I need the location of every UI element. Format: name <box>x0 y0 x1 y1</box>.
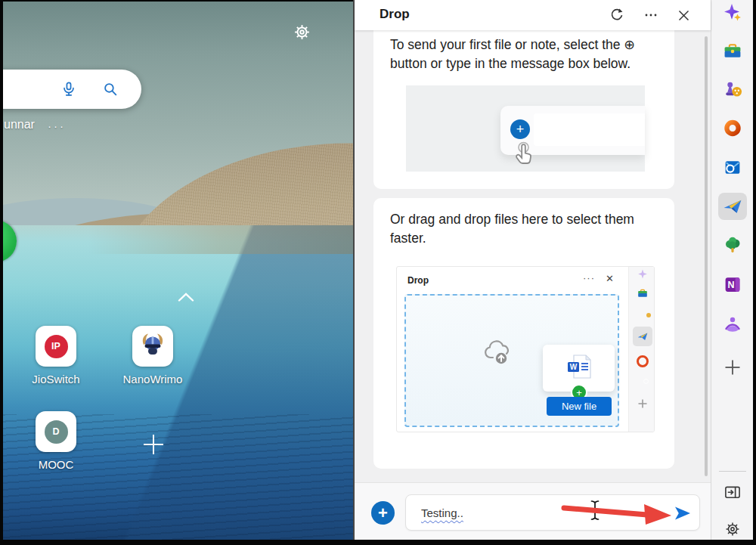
drag-text-line1: Or drag and drop files here to select th… <box>390 210 634 229</box>
new-tab-page: unnar ··· IP JioSwitch <box>0 0 353 540</box>
window-frame-right <box>753 0 756 540</box>
drag-text-line2: faster. <box>390 229 426 248</box>
drop-panel-header: Drop <box>355 0 711 30</box>
wallpaper-reflection <box>0 225 353 254</box>
mini-add-icon <box>638 398 647 411</box>
mini-close-icon: ✕ <box>606 273 614 284</box>
intro-card: To send your first file or note, select … <box>373 30 674 189</box>
shortcut-label-jioswitch: JioSwitch <box>11 373 101 386</box>
drag-drop-card: Or drag and drop files here to select th… <box>373 198 674 469</box>
message-text: Testing.. <box>421 506 463 519</box>
search-icon[interactable] <box>102 81 119 101</box>
mini-more-icon: ··· <box>583 272 595 283</box>
outlook-icon[interactable] <box>723 158 742 177</box>
mooc-monogram: D <box>45 420 68 444</box>
mini-toolbox-icon <box>637 288 648 302</box>
microphone-icon[interactable] <box>60 81 77 101</box>
onenote-icon[interactable]: N <box>723 275 742 294</box>
add-app-icon[interactable] <box>724 359 741 376</box>
open-panel-icon[interactable] <box>723 484 741 501</box>
intro-text-line2: button or type in the message box below. <box>390 54 631 73</box>
window-frame-bottom <box>0 540 756 545</box>
svg-text:N: N <box>727 280 734 290</box>
window-frame-top <box>0 0 353 2</box>
drop-panel-title: Drop <box>380 7 410 22</box>
games-icon[interactable] <box>723 79 742 99</box>
shortcut-more-icon[interactable]: ··· <box>48 119 66 132</box>
page-settings-gear-icon[interactable] <box>293 23 311 44</box>
shortcut-label-nanowrimo: NanoWrimo <box>107 373 198 386</box>
toolbox-icon[interactable] <box>723 42 742 60</box>
cloud-upload-icon <box>482 339 517 370</box>
mini-drop-title: Drop <box>407 275 429 286</box>
composer-illustration: + <box>406 85 645 172</box>
more-options-icon[interactable] <box>640 5 662 26</box>
tree-icon[interactable] <box>723 235 742 255</box>
red-annotation-arrow <box>561 503 674 528</box>
mini-office-icon <box>637 355 649 367</box>
sidebar-divider <box>719 471 746 472</box>
drop-panel: Drop To send your first file or note, <box>353 0 711 540</box>
copilot-icon[interactable] <box>723 3 742 23</box>
search-bar[interactable] <box>0 70 141 109</box>
mock-message-input <box>534 113 645 146</box>
hand-cursor-icon <box>512 141 541 175</box>
meditation-icon[interactable] <box>723 315 742 335</box>
mini-sidebar <box>628 267 655 432</box>
svg-text:W: W <box>569 363 577 371</box>
mini-drop-plane-icon <box>637 331 649 345</box>
close-icon[interactable] <box>673 5 694 26</box>
viking-helmet-icon <box>139 333 166 360</box>
screenshot-stage: unnar ··· IP JioSwitch <box>0 0 756 545</box>
shortcut-label-mooc: MOOC <box>11 458 101 471</box>
intro-text-line1: To send your first file or note, select … <box>390 36 635 54</box>
drop-window-illustration: Drop ··· ✕ <box>396 266 655 432</box>
mock-add-button: + <box>510 119 530 139</box>
edge-sidebar: N <box>711 0 753 540</box>
composer-footer: + Testing.. <box>355 482 711 540</box>
add-file-button[interactable]: + <box>371 501 395 525</box>
office-icon[interactable] <box>723 119 742 138</box>
refresh-icon[interactable] <box>606 5 627 26</box>
drop-plane-icon[interactable] <box>722 197 742 217</box>
window-frame-left <box>0 0 3 540</box>
shortcut-tile-jioswitch[interactable]: IP <box>36 326 76 367</box>
shortcut-tile-mooc[interactable]: D <box>36 411 76 452</box>
new-file-button: New file <box>547 397 612 416</box>
mini-copilot-icon <box>637 269 648 283</box>
chevron-up-icon[interactable] <box>178 292 194 305</box>
sidebar-settings-gear-icon[interactable] <box>724 521 741 537</box>
jioswitch-monogram: IP <box>45 335 68 358</box>
panel-scrollbar[interactable] <box>705 36 708 476</box>
word-document-icon: W <box>565 354 593 382</box>
shortcut-tile-nanowrimo[interactable] <box>132 326 173 367</box>
partial-shortcut-label: unnar <box>4 118 35 132</box>
add-shortcut-button[interactable] <box>142 433 165 459</box>
send-icon[interactable] <box>674 504 692 525</box>
